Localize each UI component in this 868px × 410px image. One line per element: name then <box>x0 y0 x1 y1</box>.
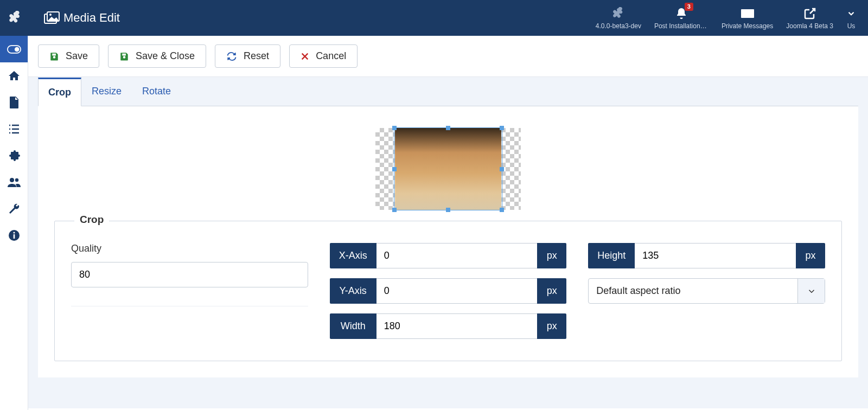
chevron-down-icon <box>846 6 856 21</box>
x-axis-label: X-Axis <box>330 243 376 268</box>
bell-icon: 3 <box>675 6 688 21</box>
svg-point-2 <box>49 14 52 16</box>
svg-point-4 <box>14 47 19 52</box>
joomla-icon <box>612 6 625 21</box>
tab-rotate[interactable]: Rotate <box>132 78 181 106</box>
header-private-messages[interactable]: Private Messages <box>715 0 780 36</box>
media-icon <box>44 11 60 24</box>
users-icon <box>7 177 21 188</box>
sidebar-home[interactable] <box>0 62 28 89</box>
sidebar-toggle[interactable] <box>0 36 28 62</box>
puzzle-icon <box>8 149 21 162</box>
save-button[interactable]: Save <box>38 44 99 68</box>
image-preview-container <box>54 128 842 210</box>
cancel-label: Cancel <box>316 50 346 62</box>
y-axis-unit: px <box>537 278 566 304</box>
home-icon <box>8 69 21 82</box>
y-axis-input[interactable] <box>376 278 538 304</box>
y-axis-group: Y-Axis px <box>330 278 567 304</box>
x-axis-input[interactable] <box>376 243 538 268</box>
aspect-ratio-value: Default aspect ratio <box>589 279 797 303</box>
crop-handle-tr[interactable] <box>500 126 504 130</box>
divider <box>71 306 308 306</box>
tabs: Crop Resize Rotate <box>38 77 858 106</box>
x-axis-unit: px <box>537 243 566 268</box>
height-unit: px <box>796 243 825 268</box>
svg-point-9 <box>13 232 15 233</box>
crop-handle-bm[interactable] <box>446 208 450 212</box>
crop-handle-bl[interactable] <box>392 208 397 212</box>
aspect-ratio-select[interactable]: Default aspect ratio <box>588 278 825 304</box>
info-icon <box>8 229 20 241</box>
page-title-text: Media Edit <box>63 11 120 25</box>
header-version[interactable]: 4.0.0-beta3-dev <box>589 0 648 36</box>
width-unit: px <box>537 313 566 339</box>
header-user-menu[interactable]: Us <box>840 0 863 36</box>
cancel-button[interactable]: Cancel <box>289 44 358 68</box>
crop-handle-ml[interactable] <box>392 167 397 171</box>
refresh-icon <box>226 52 237 61</box>
page-title: Media Edit <box>44 11 120 25</box>
svg-point-5 <box>10 178 14 182</box>
sidebar-help[interactable] <box>0 222 28 248</box>
tab-crop[interactable]: Crop <box>38 78 81 106</box>
toolbar: Save Save & Close Reset Cancel <box>28 36 868 77</box>
svg-rect-8 <box>13 234 15 239</box>
quality-input[interactable] <box>71 262 308 287</box>
crop-panel: Crop Quality X-Axis px Y-A <box>38 106 858 377</box>
x-axis-group: X-Axis px <box>330 243 567 268</box>
header-user-label: Us <box>847 22 856 30</box>
quality-label: Quality <box>71 243 308 254</box>
crop-fieldset: Crop Quality X-Axis px Y-A <box>54 221 842 361</box>
envelope-icon <box>741 6 755 21</box>
save-icon <box>49 52 59 61</box>
reset-button[interactable]: Reset <box>215 44 280 68</box>
y-axis-label: Y-Axis <box>330 278 376 304</box>
crop-legend: Crop <box>74 214 109 226</box>
sidebar-system[interactable] <box>0 195 28 222</box>
header-right-menu: 4.0.0-beta3-dev 3 Post Installation … Pr… <box>589 0 863 36</box>
save-close-label: Save & Close <box>136 50 195 62</box>
header-site-link[interactable]: Joomla 4 Beta 3 <box>780 0 840 36</box>
reset-label: Reset <box>244 50 269 62</box>
save-icon <box>119 52 129 61</box>
notification-badge: 3 <box>685 3 693 11</box>
chevron-down-icon <box>797 279 825 303</box>
height-group: Height px <box>588 243 825 268</box>
content-area: Crop Resize Rotate Crop <box>28 77 868 408</box>
crop-handle-br[interactable] <box>500 208 504 212</box>
width-input[interactable] <box>376 313 538 339</box>
external-icon <box>803 6 816 21</box>
header-version-label: 4.0.0-beta3-dev <box>596 22 641 30</box>
image-preview[interactable] <box>375 128 521 210</box>
header-site-label: Joomla 4 Beta 3 <box>786 22 833 30</box>
crop-handle-mr[interactable] <box>500 167 504 171</box>
file-icon <box>9 96 20 109</box>
toggle-icon <box>7 44 21 54</box>
crop-selection[interactable] <box>394 127 502 210</box>
joomla-logo-icon[interactable] <box>8 11 22 25</box>
header-post-install-label: Post Installation … <box>654 22 709 30</box>
sidebar-components[interactable] <box>0 142 28 169</box>
save-close-button[interactable]: Save & Close <box>108 44 206 68</box>
svg-point-6 <box>15 178 18 181</box>
crop-handle-tm[interactable] <box>446 126 450 130</box>
wrench-icon <box>8 202 21 215</box>
close-icon <box>301 52 309 61</box>
save-label: Save <box>66 50 88 62</box>
header-post-install[interactable]: 3 Post Installation … <box>648 0 715 36</box>
width-label: Width <box>330 313 376 339</box>
tab-resize[interactable]: Resize <box>81 78 132 106</box>
list-icon <box>8 124 21 134</box>
height-label: Height <box>588 243 635 268</box>
header-private-messages-label: Private Messages <box>722 22 773 30</box>
height-input[interactable] <box>635 243 796 268</box>
sidebar-users[interactable] <box>0 169 28 195</box>
sidebar-menus[interactable] <box>0 116 28 142</box>
sidebar-content[interactable] <box>0 89 28 116</box>
crop-handle-tl[interactable] <box>392 126 397 130</box>
sidebar <box>0 36 28 408</box>
width-group: Width px <box>330 313 567 339</box>
header-bar: Media Edit 4.0.0-beta3-dev 3 Post Instal… <box>0 0 868 36</box>
